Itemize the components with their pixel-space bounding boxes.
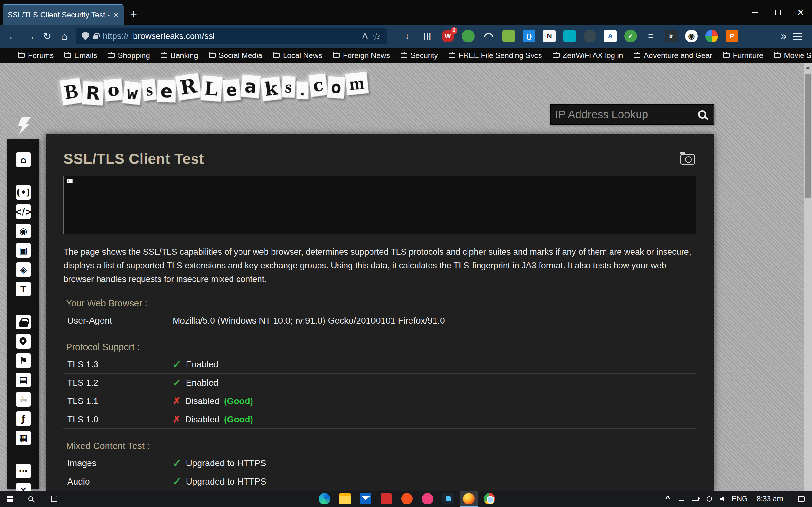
toolbar-overflow-button[interactable]: » [776, 30, 791, 43]
back-button[interactable]: ← [4, 27, 21, 45]
ip-address-icon[interactable]: (•) [16, 185, 31, 200]
browser-tab[interactable]: SSL/TLS Client Security Test - Brows × [3, 4, 124, 25]
webgl-icon[interactable]: ◈ [16, 262, 31, 277]
extension-icon[interactable]: ||| [421, 30, 434, 43]
tab-close-icon[interactable]: × [113, 10, 119, 20]
extension-icon[interactable]: = [645, 30, 657, 43]
taskbar-app[interactable] [439, 491, 457, 507]
extension-icon[interactable]: P [726, 30, 739, 43]
taskbar-app-explorer[interactable] [336, 491, 354, 507]
extension-icon[interactable]: ↓ [401, 30, 414, 43]
bookmark-label: Security [410, 51, 438, 60]
bookmark-folder[interactable]: ZenWiFi AX log in [548, 51, 629, 60]
taskbar-app[interactable] [398, 491, 416, 507]
bookmark-star-icon[interactable]: ☆ [372, 30, 381, 42]
taskbar-search-button[interactable] [20, 491, 42, 507]
taskbar-app-firefox[interactable] [460, 491, 478, 507]
bookmark-folder[interactable]: Social Media [204, 51, 268, 60]
extension-icon[interactable]: {} [523, 30, 536, 43]
language-indicator[interactable]: ENG [729, 491, 750, 507]
bookmark-folder[interactable]: Emails [59, 51, 102, 60]
site-logo[interactable]: BRowseRLeaks.com [61, 71, 369, 104]
extension-glyph: ◉ [688, 32, 695, 41]
tracking-protection-shield-icon[interactable] [82, 32, 89, 40]
taskbar-app[interactable] [377, 491, 395, 507]
home-button[interactable]: ⌂ [56, 27, 73, 45]
extension-icon[interactable] [502, 30, 515, 43]
forward-button[interactable]: → [21, 27, 39, 45]
ssl-tls-icon[interactable] [16, 315, 31, 329]
silverlight-icon[interactable]: ▦ [16, 431, 31, 445]
more-tools-icon[interactable]: ⋯ [16, 464, 31, 478]
translate-icon[interactable]: A [362, 32, 368, 41]
bookmark-folder[interactable]: Forums [13, 51, 59, 60]
bookmark-folder[interactable]: Security [395, 51, 444, 60]
tray-expand-button[interactable]: ^ [661, 491, 674, 507]
new-tab-button[interactable]: + [130, 7, 137, 21]
extension-icon[interactable] [462, 30, 474, 43]
extension-icon[interactable]: N [543, 30, 556, 43]
close-button[interactable]: × [789, 0, 812, 25]
canvas-icon[interactable]: ▣ [16, 243, 31, 258]
tray-battery-icon[interactable] [688, 491, 702, 507]
geolocation-icon[interactable] [16, 334, 31, 349]
taskbar-app[interactable] [419, 491, 437, 507]
action-center-button[interactable] [792, 491, 810, 507]
flash-icon[interactable]: ƒ [16, 411, 31, 426]
misc-tools-icon[interactable]: ✕ [16, 483, 31, 491]
tray-volume-icon[interactable] [716, 491, 729, 507]
extension-icon[interactable]: A [604, 30, 617, 43]
screenshot-camera-icon[interactable] [680, 154, 695, 165]
home-icon[interactable]: ⌂ [16, 153, 31, 167]
scroll-up-arrow[interactable] [806, 66, 810, 69]
content-filters-icon[interactable]: ▤ [16, 373, 31, 387]
taskbar-app-edge[interactable] [316, 491, 334, 507]
task-view-button[interactable] [44, 491, 64, 507]
features-icon[interactable]: ⚑ [16, 353, 31, 368]
section-title: Mixed Content Test : [63, 441, 696, 451]
extension-icon[interactable]: ✓ [624, 30, 637, 43]
bookmark-folder[interactable]: Movie Sites [768, 51, 812, 60]
reload-button[interactable]: ↻ [39, 27, 56, 45]
extension-icon[interactable] [705, 30, 718, 43]
vertical-scrollbar[interactable] [804, 63, 812, 491]
bookmark-folder[interactable]: FREE File Sending Svcs [444, 51, 548, 60]
search-input[interactable] [555, 108, 698, 121]
fonts-icon[interactable]: T [16, 282, 31, 296]
extension-icon[interactable]: W2 [442, 30, 454, 43]
page-title: SSL/TLS Client Test [63, 150, 696, 167]
bookmark-folder[interactable]: Local News [268, 51, 328, 60]
search-icon[interactable] [698, 110, 706, 118]
clock[interactable]: 8:33 am [751, 491, 789, 507]
tray-network-icon[interactable] [703, 491, 716, 507]
https-lock-icon[interactable] [93, 36, 98, 39]
javascript-icon[interactable]: </> [16, 205, 31, 219]
taskbar-app-mail[interactable] [357, 491, 374, 507]
webrtc-icon[interactable]: ◉ [16, 224, 31, 238]
extension-icon[interactable] [583, 30, 596, 43]
hamburger-menu-icon[interactable] [793, 33, 802, 40]
bookmark-folder[interactable]: Furniture [717, 51, 768, 60]
bookmark-folder[interactable]: Adventure and Gear [628, 51, 717, 60]
maximize-button[interactable] [766, 0, 789, 25]
extension-icon[interactable]: ◉ [685, 30, 698, 43]
extension-toolbar: ↓ ||| W2 ◠ {} N A ✓ = tr ◉ P [401, 30, 739, 43]
tray-display-icon[interactable] [675, 491, 688, 507]
ip-lookup-search[interactable] [550, 104, 714, 124]
check-icon: ✓ [172, 358, 182, 371]
task-view-icon [51, 496, 57, 502]
java-icon[interactable]: ☕ [16, 392, 31, 406]
bookmark-folder[interactable]: Banking [155, 51, 204, 60]
extension-icon[interactable] [563, 30, 576, 43]
extension-icon[interactable]: tr [665, 30, 677, 43]
minimize-button[interactable] [744, 0, 766, 25]
scrollbar-thumb[interactable] [805, 74, 811, 198]
extension-icon[interactable]: ◠ [482, 30, 495, 43]
url-bar[interactable]: https:// browserleaks.com/ssl A ☆ [76, 28, 387, 44]
row-value: Enabled [186, 378, 218, 388]
row-value: Upgraded to HTTPS [186, 476, 266, 487]
start-button[interactable] [0, 491, 20, 507]
bookmark-folder[interactable]: Foreign News [328, 51, 395, 60]
bookmark-folder[interactable]: Shopping [102, 51, 155, 60]
taskbar-app-browser[interactable] [480, 491, 498, 507]
